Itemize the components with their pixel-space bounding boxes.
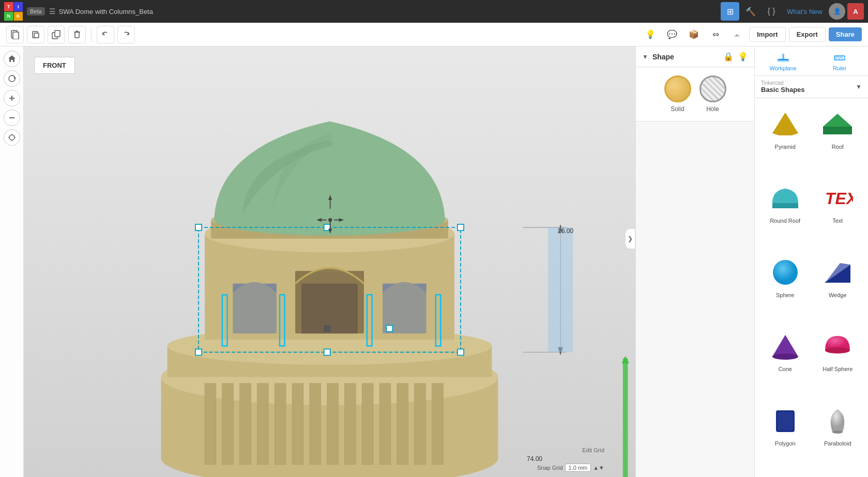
solid-option[interactable]: Solid [664,75,691,113]
top-bar: T I N K Beta ☰ SWA Dome with Columns_Bet… [0,0,868,23]
svg-rect-73 [623,359,628,477]
polygon-label: Polygon [775,440,796,447]
workplane-button[interactable]: Workplane [755,47,812,75]
snap-grid-value[interactable]: 1.0 mm [565,464,591,472]
svg-rect-81 [782,54,784,60]
reflect-button[interactable]: ⇔ [707,26,724,43]
duplicate-button[interactable] [48,26,65,43]
shape-half-sphere[interactable]: Half Sphere [812,325,864,398]
align-button[interactable]: ⫠ [728,26,746,43]
user-avatar[interactable]: 👤 [829,3,845,20]
svg-rect-92 [772,203,798,208]
svg-point-13 [9,135,14,140]
3d-scene [24,47,635,477]
snap-grid-label: Snap Grid 1.0 mm ▲▼ [537,464,604,472]
shape-text[interactable]: TEXT Text [812,176,864,250]
svg-rect-34 [397,383,408,465]
svg-rect-1 [13,32,19,39]
shape-polygon[interactable]: Polygon [759,399,812,473]
shape-collapse-arrow[interactable]: ▼ [642,53,648,60]
panel-collapse-arrow[interactable]: ❯ [625,228,635,249]
svg-point-99 [825,347,850,353]
shape-roof[interactable]: Roof [812,102,864,176]
svg-marker-97 [772,335,798,357]
shape-wedge[interactable]: Wedge [812,251,864,325]
svg-point-98 [772,353,798,360]
shape-paraboloid[interactable]: Paraboloid [812,399,864,473]
left-sidebar [0,47,24,477]
shape-round-roof[interactable]: Round Roof [759,176,812,250]
svg-rect-101 [778,412,793,430]
sphere-label: Sphere [776,292,794,298]
home-view-button[interactable] [4,51,20,67]
svg-text:TEXT: TEXT [825,189,853,208]
svg-rect-50 [195,224,202,230]
hammer-button[interactable]: 🔨 [741,2,760,21]
zoom-in-button[interactable] [4,90,20,106]
shapes-grid: Pyramid Roof [755,98,868,477]
copy-button[interactable] [27,26,44,43]
svg-rect-56 [324,326,330,332]
whats-new-button[interactable]: What's New [783,8,827,16]
delete-button[interactable] [68,26,86,43]
svg-rect-30 [327,383,339,465]
svg-marker-89 [772,113,798,135]
library-brand: Tinkercad [761,80,854,86]
svg-rect-27 [275,383,286,465]
ruler-button[interactable]: Ruler [812,47,869,75]
toolbar-right-actions: 💡 💬 📦 ⇔ ⫠ [642,26,746,43]
hole-label: Hole [706,105,719,113]
export-button[interactable]: Export [789,27,826,42]
wedge-label: Wedge [829,292,847,298]
svg-rect-47 [233,284,276,334]
shape-properties-panel: ▼ Shape 🔒 💡 Solid Hole [635,47,754,477]
svg-rect-26 [257,383,268,465]
shape-header: ▼ Shape 🔒 💡 [636,47,754,67]
hole-option[interactable]: Hole [699,75,726,113]
lock-icon[interactable]: 🔒 [723,52,734,61]
snap-grid-arrow[interactable]: ▲▼ [593,465,604,471]
rotate-view-button[interactable] [4,70,20,87]
solid-label: Solid [671,105,684,113]
3d-viewport[interactable]: FRONT [24,47,635,477]
toolbar-separator [91,27,92,42]
svg-rect-36 [432,383,443,465]
svg-rect-32 [362,383,373,465]
app-logo[interactable]: T I N K [4,2,23,21]
logo-n: N [4,12,13,21]
logo-t: T [4,2,13,11]
svg-rect-72 [548,227,573,352]
shape-cone[interactable]: Cone [759,325,812,398]
box-button[interactable]: 📦 [685,26,703,43]
import-button[interactable]: Import [749,27,785,42]
beta-badge: Beta [27,7,45,16]
half-sphere-label: Half Sphere [823,366,852,372]
half-sphere-thumb [821,330,854,363]
shape-pyramid[interactable]: Pyramid [759,102,812,176]
fit-view-button[interactable] [4,129,20,146]
logo-k: K [14,12,23,21]
undo-button[interactable] [97,26,114,43]
shapes-panel-top: Workplane Ruler Tinkercad [755,47,868,98]
bracket-button[interactable]: { } [762,2,781,21]
wedge-thumb [821,256,854,289]
roof-label: Roof [832,144,844,150]
new-button[interactable] [6,26,24,43]
library-dropdown-arrow[interactable]: ▼ [856,83,862,90]
edit-grid-label[interactable]: Edit Grid [582,447,604,453]
account-icon[interactable]: A [847,3,864,20]
library-selector[interactable]: Tinkercad Basic Shapes ▼ [755,76,868,98]
svg-rect-35 [415,383,426,465]
bubble-button[interactable]: 💬 [663,26,681,43]
redo-button[interactable] [117,26,135,43]
light-icon[interactable]: 💡 [738,52,748,61]
zoom-out-button[interactable] [4,110,20,126]
hole-circle [699,75,726,102]
share-button[interactable]: Share [829,27,862,41]
solid-hole-selector: Solid Hole [636,67,754,121]
grid-view-button[interactable]: ⊞ [721,2,739,21]
shape-sphere[interactable]: Sphere [759,251,812,325]
svg-rect-91 [823,127,852,134]
svg-rect-5 [55,30,60,37]
lightbulb-button[interactable]: 💡 [642,26,659,43]
